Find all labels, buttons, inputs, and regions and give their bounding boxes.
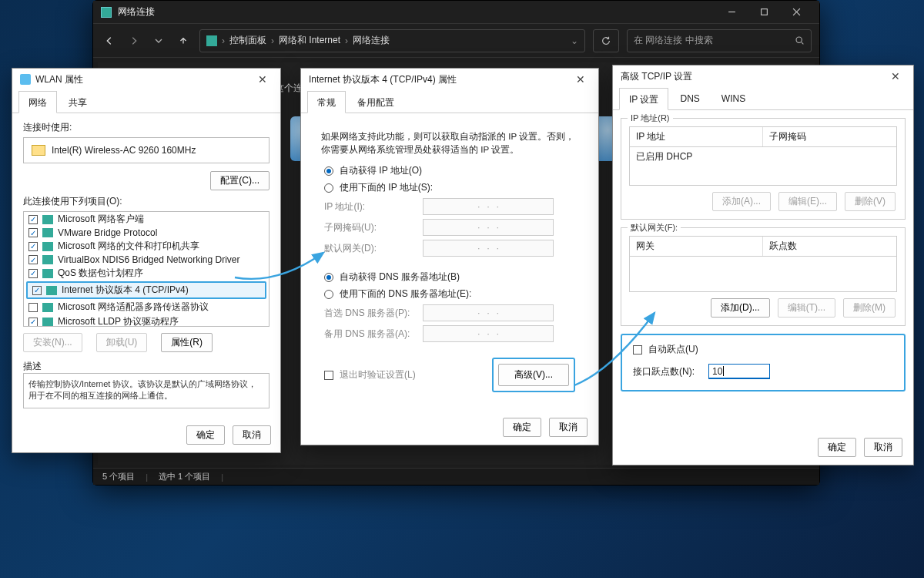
auto-ip-radio[interactable] bbox=[324, 166, 333, 176]
component-icon bbox=[42, 318, 53, 327]
search-placeholder: 在 网络连接 中搜索 bbox=[634, 34, 713, 47]
cancel-button[interactable]: 取消 bbox=[549, 418, 588, 437]
ok-button[interactable]: 确定 bbox=[186, 425, 225, 445]
components-list[interactable]: Microsoft 网络客户端VMware Bridge ProtocolMic… bbox=[23, 211, 270, 327]
nav-back-button[interactable] bbox=[101, 32, 118, 49]
breadcrumb-segment[interactable]: 网络和 Internet bbox=[279, 34, 340, 47]
validate-settings-checkbox[interactable] bbox=[324, 371, 333, 380]
component-item[interactable]: VirtualBox NDIS6 Bridged Networking Driv… bbox=[24, 254, 269, 266]
maximize-button[interactable] bbox=[748, 2, 779, 23]
tab-network[interactable]: 网络 bbox=[18, 91, 57, 113]
tabs: 常规 备用配置 bbox=[301, 90, 598, 113]
ok-button[interactable]: 确定 bbox=[503, 418, 541, 437]
close-button[interactable]: ✕ bbox=[571, 73, 591, 86]
close-button[interactable]: ✕ bbox=[886, 70, 906, 82]
minimize-button[interactable] bbox=[716, 2, 747, 23]
dialog-title: 高级 TCP/IP 设置 bbox=[621, 70, 886, 83]
component-item[interactable]: Microsoft 网络的文件和打印机共享 bbox=[24, 239, 269, 254]
component-icon bbox=[42, 242, 53, 251]
cancel-button[interactable]: 取消 bbox=[864, 438, 902, 457]
ip-addresses-group: IP 地址(R) IP 地址 子网掩码 已启用 DHCP 添加(A)... 编辑… bbox=[621, 118, 906, 220]
component-checkbox[interactable] bbox=[28, 303, 38, 312]
status-bar: 5 个项目 | 选中 1 个项目 | bbox=[93, 468, 819, 485]
component-item[interactable]: Internet 协议版本 4 (TCP/IPv4) bbox=[26, 281, 266, 299]
tab-sharing[interactable]: 共享 bbox=[59, 91, 97, 113]
tab-general[interactable]: 常规 bbox=[307, 91, 346, 113]
col-mask: 子网掩码 bbox=[763, 127, 896, 146]
tab-alternate[interactable]: 备用配置 bbox=[347, 91, 404, 113]
items-label: 此连接使用下列项目(O): bbox=[23, 195, 270, 208]
tab-dns[interactable]: DNS bbox=[670, 88, 709, 110]
dns2-label: 备用 DNS 服务器(A): bbox=[324, 328, 417, 341]
col-metric: 跃点数 bbox=[763, 237, 896, 256]
search-icon bbox=[795, 35, 805, 45]
auto-dns-radio[interactable] bbox=[324, 273, 333, 282]
component-item[interactable]: Microsoft 网络适配器多路传送器协议 bbox=[24, 300, 269, 314]
component-checkbox[interactable] bbox=[28, 215, 38, 224]
close-button[interactable] bbox=[781, 2, 812, 23]
edit-gw-button[interactable]: 编辑(T)... bbox=[778, 298, 835, 318]
chevron-down-icon[interactable]: ⌄ bbox=[571, 35, 578, 46]
component-item[interactable]: Microsoft LLDP 协议驱动程序 bbox=[24, 314, 269, 327]
auto-ip-label: 自动获得 IP 地址(O) bbox=[340, 164, 422, 177]
interface-metric-label: 接口跃点数(N): bbox=[633, 365, 702, 378]
explorer-title: 网络连接 bbox=[118, 5, 716, 18]
add-gw-button[interactable]: 添加(D)... bbox=[711, 298, 770, 318]
add-ip-button[interactable]: 添加(A)... bbox=[712, 192, 771, 211]
ip-table-body[interactable]: 已启用 DHCP bbox=[629, 147, 897, 186]
network-icon bbox=[101, 7, 112, 18]
ip-row-value: 已启用 DHCP bbox=[636, 151, 692, 162]
adapter-name: Intel(R) Wireless-AC 9260 160MHz bbox=[52, 145, 196, 156]
breadcrumb-segment[interactable]: 网络连接 bbox=[353, 34, 390, 47]
dns2-input: · · · bbox=[423, 325, 554, 342]
component-checkbox[interactable] bbox=[28, 255, 38, 264]
edit-ip-button[interactable]: 编辑(E)... bbox=[778, 192, 837, 211]
ok-button[interactable]: 确定 bbox=[818, 438, 856, 457]
tab-wins[interactable]: WINS bbox=[711, 88, 755, 110]
explorer-titlebar: 网络连接 bbox=[93, 1, 819, 24]
svg-rect-1 bbox=[761, 9, 767, 15]
gw-table-body[interactable] bbox=[629, 257, 897, 292]
install-button[interactable]: 安装(N)... bbox=[23, 333, 82, 352]
cancel-button[interactable]: 取消 bbox=[233, 425, 271, 445]
advanced-tcpip-dialog: 高级 TCP/IP 设置 ✕ IP 设置 DNS WINS IP 地址(R) I… bbox=[612, 65, 914, 465]
static-dns-radio[interactable] bbox=[324, 290, 333, 299]
search-box[interactable]: 在 网络连接 中搜索 bbox=[627, 29, 812, 52]
component-checkbox[interactable] bbox=[28, 318, 38, 327]
component-checkbox[interactable] bbox=[28, 242, 38, 251]
validate-settings-label: 退出时验证设置(L) bbox=[340, 368, 416, 381]
properties-button[interactable]: 属性(R) bbox=[161, 333, 213, 352]
component-label: QoS 数据包计划程序 bbox=[58, 267, 143, 280]
component-item[interactable]: QoS 数据包计划程序 bbox=[24, 266, 269, 281]
advanced-button[interactable]: 高级(V)... bbox=[498, 364, 569, 386]
component-checkbox[interactable] bbox=[28, 269, 38, 278]
col-ip: IP 地址 bbox=[630, 127, 763, 146]
nav-history-button[interactable] bbox=[150, 32, 167, 49]
auto-metric-checkbox[interactable] bbox=[633, 345, 642, 355]
tabs: 网络 共享 bbox=[12, 90, 280, 113]
component-label: Microsoft 网络适配器多路传送器协议 bbox=[58, 301, 209, 314]
interface-metric-input[interactable]: 10 bbox=[708, 364, 770, 379]
delete-ip-button[interactable]: 删除(V) bbox=[845, 192, 896, 211]
nav-up-button[interactable] bbox=[175, 32, 192, 49]
tab-ip-settings[interactable]: IP 设置 bbox=[619, 88, 668, 110]
configure-button[interactable]: 配置(C)... bbox=[210, 171, 270, 190]
refresh-button[interactable] bbox=[593, 29, 619, 52]
delete-gw-button[interactable]: 删除(M) bbox=[843, 298, 896, 318]
breadcrumb-segment[interactable]: 控制面板 bbox=[229, 34, 266, 47]
component-checkbox[interactable] bbox=[32, 286, 42, 295]
subnet-mask-input: · · · bbox=[423, 219, 554, 236]
nav-forward-button[interactable] bbox=[126, 32, 142, 49]
component-icon bbox=[42, 228, 53, 237]
static-ip-radio[interactable] bbox=[324, 183, 333, 193]
uninstall-button[interactable]: 卸载(U) bbox=[96, 333, 148, 352]
component-item[interactable]: VMware Bridge Protocol bbox=[24, 227, 269, 239]
component-item[interactable]: Microsoft 网络客户端 bbox=[24, 212, 269, 227]
address-bar[interactable]: › 控制面板 › 网络和 Internet › 网络连接 ⌄ bbox=[199, 29, 585, 52]
close-button[interactable]: ✕ bbox=[253, 73, 273, 86]
group-title: IP 地址(R) bbox=[628, 113, 673, 124]
description-label: 描述 bbox=[23, 360, 270, 373]
component-checkbox[interactable] bbox=[28, 228, 38, 237]
group-title: 默认网关(F): bbox=[628, 222, 681, 234]
static-ip-label: 使用下面的 IP 地址(S): bbox=[340, 181, 433, 194]
